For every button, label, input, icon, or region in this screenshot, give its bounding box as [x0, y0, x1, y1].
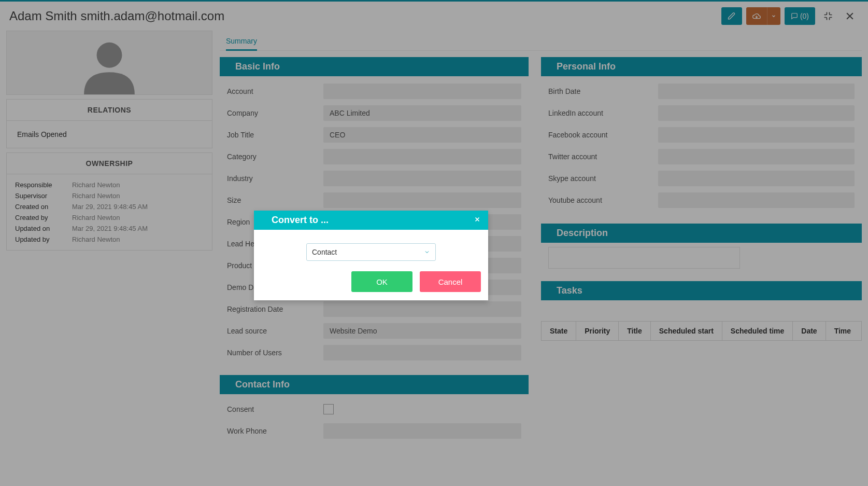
- select-value: Contact: [312, 248, 337, 256]
- modal-title: Convert to ...: [272, 215, 329, 226]
- close-icon: [474, 216, 481, 223]
- chevron-down-icon: [424, 249, 430, 255]
- modal-close-button[interactable]: [474, 215, 481, 226]
- convert-to-dialog: Convert to ... Contact OK Cancel: [254, 211, 488, 300]
- cancel-button[interactable]: Cancel: [420, 271, 481, 292]
- convert-to-select[interactable]: Contact: [306, 243, 436, 261]
- ok-button[interactable]: OK: [351, 271, 412, 292]
